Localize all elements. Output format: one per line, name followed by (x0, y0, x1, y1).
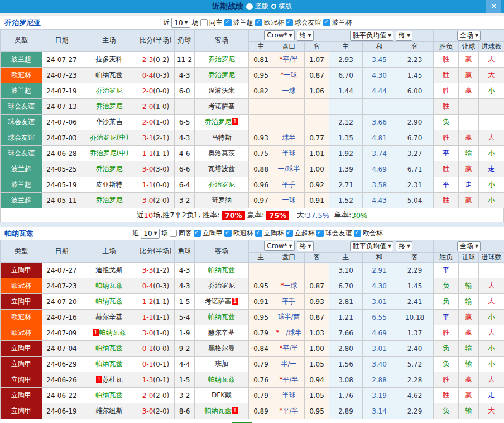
avg-away-odds: 1.45 (396, 278, 434, 294)
match-date: 24-07-09 (42, 325, 81, 341)
same-venue-label: 同主 (209, 18, 223, 27)
match-date: 24-06-19 (42, 403, 81, 419)
home-odds: 0.96 (249, 177, 273, 193)
horizontal-radio[interactable]: 横版 (271, 2, 292, 11)
col-result: 胜负 (434, 42, 459, 52)
league-checkbox[interactable] (224, 230, 232, 237)
odds-company-select[interactable]: Crow*▼ (264, 241, 294, 251)
odds-final-select[interactable]: 终▼ (297, 31, 314, 41)
same-venue-checkbox[interactable] (170, 230, 177, 237)
avg-draw-odds: 6.55 (363, 310, 396, 325)
goals-result-cell: 大 (479, 325, 504, 341)
score: 1-1(1-1) (137, 146, 175, 161)
league-checkbox[interactable] (316, 230, 324, 237)
dialog-titlebar: 近期战绩 竖版 横版 ✕ (0, 0, 504, 13)
corner-score (175, 99, 195, 115)
col-avg-draw: 和 (363, 42, 396, 52)
home-odds: 0.76 (249, 372, 273, 388)
league-label: 球会友谊 (325, 229, 352, 238)
team-2-matches-table: 类型 日期 主场 比分(半场) 角球 客场 Crow*▼ 终▼ 胜平负均值▼ 终… (0, 240, 504, 419)
scope-select[interactable]: 全场▼ (457, 241, 481, 251)
avg-final-select[interactable]: 终▼ (396, 241, 412, 251)
league-label: 欧冠杯 (233, 229, 253, 238)
away-odds: 1.05 (305, 357, 329, 372)
score: 0-1(0-0) (137, 341, 175, 357)
match-row: 立陶甲24-06-261苏杜瓦1-3(0-1)1-5帕纳瓦兹0.76*平/半0.… (1, 372, 504, 388)
vertical-radio[interactable]: 竖版 (246, 2, 268, 11)
note-badge: 1 (93, 329, 98, 336)
col-goals: 进球数 (479, 253, 504, 263)
league-checkbox[interactable] (286, 230, 293, 237)
goals-result-cell: 大 (479, 294, 504, 310)
avg-draw-odds: 3.58 (363, 177, 396, 193)
handicap-result-cell: 赢 (459, 372, 479, 388)
match-count-select[interactable]: 10▼ (141, 229, 159, 239)
avg-home-odds: 7.66 (329, 325, 363, 341)
avg-final-select[interactable]: 终▼ (396, 31, 412, 41)
score: 2-0(1-0) (137, 115, 175, 130)
result-cell: 负 (434, 357, 459, 372)
league-badge: 立陶甲 (1, 388, 42, 403)
home-team: 乔治罗尼(中) (81, 146, 137, 161)
away-team: 瓦塔波兹 (195, 161, 249, 177)
avg-home-odds: 3.08 (329, 372, 363, 388)
same-venue-checkbox[interactable] (200, 19, 208, 26)
handicap-result-cell: 赢 (459, 161, 479, 177)
match-date: 24-05-19 (42, 177, 81, 193)
away-odds: 1.01 (305, 146, 329, 161)
section-divider (0, 222, 504, 227)
home-odds (249, 263, 273, 278)
close-button[interactable]: ✕ (486, 0, 501, 13)
chevron-down-icon: ▼ (308, 244, 311, 249)
close-icon: ✕ (491, 2, 497, 11)
league-label: 立陶杯 (264, 229, 284, 238)
score: 1-1(0-0) (137, 177, 175, 193)
league-badge: 欧冠杯 (1, 278, 42, 294)
single-rate-value: 30% (351, 211, 367, 220)
league-checkbox[interactable] (323, 19, 330, 26)
scope-select[interactable]: 全场▼ (457, 31, 481, 41)
match-count-select[interactable]: 10▼ (171, 18, 190, 28)
home-odds: 0.75 (249, 146, 273, 161)
goals-result-cell (479, 99, 504, 115)
league-checkbox[interactable] (286, 19, 293, 26)
away-team: 乔治罗尼 (195, 177, 249, 193)
odds-group-header: Crow*▼ 终▼ (249, 30, 329, 42)
league-checkbox[interactable] (354, 230, 361, 237)
away-team: 马特斯 (195, 130, 249, 146)
handicap-result-cell (459, 99, 479, 115)
match-row: 波兰超24-07-19乔治罗尼2-0(0-0)6-0涅波沃米0.82一球1.06… (1, 83, 504, 99)
match-row: 球会友谊24-07-03乔治罗尼(中)3-1(2-1)4-3马特斯0.93球半0… (1, 130, 504, 146)
score: 2-0(2-0) (137, 388, 175, 403)
handicap-result-cell: 赢 (459, 325, 479, 341)
avg-draw-odds: 4.44 (363, 83, 396, 99)
handicap-line (273, 115, 305, 130)
avg-type-select[interactable]: 胜平负均值▼ (350, 241, 393, 251)
away-odds: 1.05 (305, 388, 329, 403)
result-cell: 负 (434, 341, 459, 357)
match-row: 立陶甲24-07-04帕纳瓦兹0-1(0-0)9-2黑格尔曼0.84*平/半1.… (1, 341, 504, 357)
league-checkbox[interactable] (194, 230, 201, 237)
chevron-down-icon: ▼ (475, 33, 478, 38)
home-odds: 0.82 (249, 83, 273, 99)
away-odds: 0.95 (305, 403, 329, 419)
score: 1-3(0-1) (137, 372, 175, 388)
league-checkbox[interactable] (224, 19, 232, 26)
avg-type-value: 胜平负均值 (353, 241, 386, 251)
league-checkbox[interactable] (255, 230, 262, 237)
handicap-line: *平/半 (273, 52, 305, 68)
avg-draw-odds: 4.43 (363, 193, 396, 208)
corner-score: 4-3 (175, 263, 195, 278)
odds-company-select[interactable]: Crow*▼ (264, 30, 294, 40)
handicap-result-cell (459, 115, 479, 130)
away-odds: 1.03 (305, 325, 329, 341)
avg-type-select[interactable]: 胜平负均值▼ (350, 31, 393, 41)
league-badge: 球会友谊 (1, 99, 42, 115)
league-checkbox[interactable] (255, 19, 262, 26)
handicap-line: *一球 (273, 68, 305, 83)
odds-final-select[interactable]: 终▼ (297, 241, 314, 251)
summary-count: 10 (144, 211, 153, 220)
league-badge: 欧冠杯 (1, 325, 42, 341)
match-date: 24-07-23 (42, 68, 81, 83)
corner-score: 6-4 (175, 177, 195, 193)
